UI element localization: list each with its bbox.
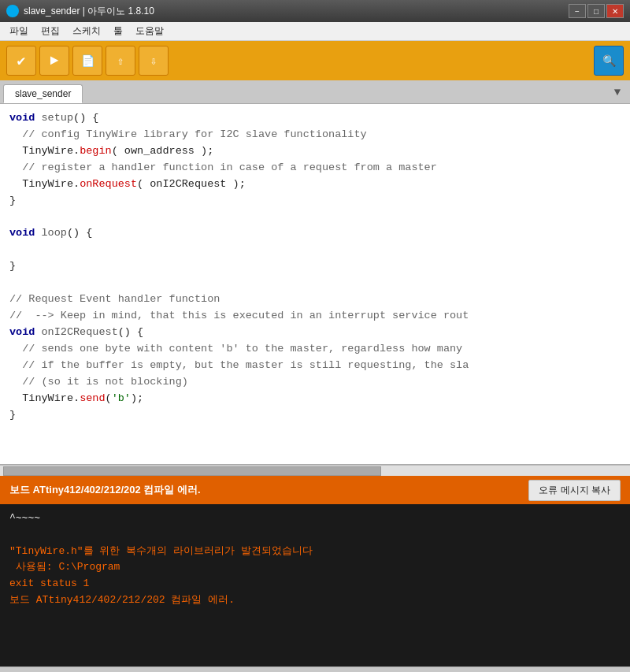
editor-scroll[interactable]: void setup() { // config TinyWire librar… xyxy=(0,104,630,464)
tab-dropdown[interactable]: ▼ xyxy=(608,83,627,102)
copy-error-button[interactable]: 오류 메시지 복사 xyxy=(528,480,621,501)
maximize-button[interactable]: □ xyxy=(587,4,605,18)
title-bar: slave_sender | 아두이노 1.8.10 − □ ✕ xyxy=(0,0,630,22)
window-title: slave_sender | 아두이노 1.8.10 xyxy=(24,5,569,18)
tab-bar: slave_sender ▼ xyxy=(0,80,630,104)
error-bar: 보드 ATtiny412/402/212/202 컴파일 에러. 오류 메시지 … xyxy=(0,476,630,504)
minimize-button[interactable]: − xyxy=(569,4,586,18)
menu-help[interactable]: 도움말 xyxy=(129,23,170,39)
console-line: ^~~~~ xyxy=(9,510,621,527)
status-bar: 1 ATtiny412/402/212/202, ATtiny412, 8 MH… xyxy=(0,666,630,672)
console-line: 보드 ATtiny412/402/212/202 컴파일 에러. xyxy=(9,592,621,609)
toolbar: ✔ ► 📄 ⇧ ⇩ 🔍 xyxy=(0,41,630,80)
close-button[interactable]: ✕ xyxy=(606,4,624,18)
menu-edit[interactable]: 편집 xyxy=(35,23,66,39)
save-button[interactable]: ⇩ xyxy=(139,46,169,76)
h-scroll-thumb[interactable] xyxy=(3,466,381,476)
menu-file[interactable]: 파일 xyxy=(3,23,35,39)
tab-slave-sender[interactable]: slave_sender xyxy=(3,84,83,103)
serial-monitor-button[interactable]: 🔍 xyxy=(594,46,624,76)
console-line: "TinyWire.h"를 위한 복수개의 라이브러리가 발견되었습니다 xyxy=(9,544,621,560)
app-icon xyxy=(6,5,19,17)
console-line: 사용됨: C:\Program xyxy=(9,559,621,576)
verify-button[interactable]: ✔ xyxy=(6,46,36,76)
menu-sketch[interactable]: 스케치 xyxy=(66,23,107,39)
horizontal-scrollbar[interactable] xyxy=(0,465,630,476)
console-area[interactable]: ^~~~~ "TinyWire.h"를 위한 복수개의 라이브러리가 발견되었습… xyxy=(0,504,630,666)
window-controls: − □ ✕ xyxy=(569,4,624,18)
menu-tools[interactable]: 툴 xyxy=(107,23,129,39)
open-button[interactable]: ⇧ xyxy=(106,46,135,76)
code-content[interactable]: void setup() { // config TinyWire librar… xyxy=(0,110,630,424)
console-line: exit status 1 xyxy=(9,576,621,592)
error-text: 보드 ATtiny412/402/212/202 컴파일 에러. xyxy=(9,483,528,497)
console-line xyxy=(9,527,621,544)
upload-button[interactable]: ► xyxy=(39,46,69,76)
new-button[interactable]: 📄 xyxy=(72,46,102,76)
editor-area: void setup() { // config TinyWire librar… xyxy=(0,104,630,465)
menu-bar: 파일 편집 스케치 툴 도움말 xyxy=(0,22,630,41)
